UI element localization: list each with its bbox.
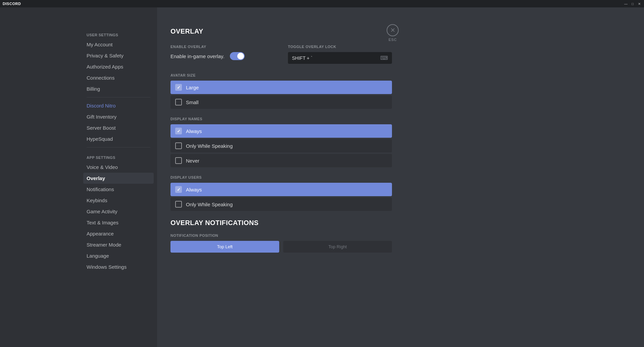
sidebar-item-billing[interactable]: Billing [83,83,154,94]
toggle-lock-section: TOGGLE OVERLAY LOCK SHIFT + ` ⌨ [288,45,392,64]
sidebar-item-game-activity[interactable]: Game Activity [83,206,154,217]
display-names-never[interactable]: Never [170,154,392,167]
avatar-size-small[interactable]: Small [170,95,392,109]
sidebar-item-appearance[interactable]: Appearance [83,228,154,239]
checkbox-names-never [175,157,182,164]
sidebar-item-streamer-mode[interactable]: Streamer Mode [83,239,154,250]
sidebar-item-hypesquad[interactable]: HypeSquad [83,133,154,144]
window-close-button[interactable]: ✕ [637,2,641,6]
user-settings-label: USER SETTINGS [83,28,154,38]
enable-overlay-section: ENABLE OVERLAY Enable in-game overlay. [170,45,275,60]
checkmark-icon: ✓ [177,85,181,90]
app-logo: DISCORD [3,2,21,6]
display-users-always[interactable]: ✓ Always [170,183,392,196]
sidebar-divider-1 [87,97,150,97]
avatar-large-label: Large [186,85,199,90]
content-area: ✕ ESC OVERLAY ENABLE OVERLAY Enable in-g… [157,7,644,347]
display-names-label: DISPLAY NAMES [170,117,392,121]
display-users-section: DISPLAY USERS ✓ Always Only While Speaki… [170,175,392,211]
enable-overlay-row: ENABLE OVERLAY Enable in-game overlay. T… [170,45,392,64]
sidebar-item-connections[interactable]: Connections [83,72,154,83]
keyboard-icon[interactable]: ⌨ [380,55,388,61]
checkbox-users-speaking [175,201,182,208]
sidebar-item-windows-settings[interactable]: Windows Settings [83,261,154,272]
display-names-section: DISPLAY NAMES ✓ Always Only While Speaki… [170,117,392,167]
sidebar-item-voice-video[interactable]: Voice & Video [83,162,154,173]
close-button[interactable]: ✕ [387,24,399,36]
window-controls: — □ ✕ [624,2,641,6]
checkmark-icon-names-always: ✓ [177,129,181,133]
checkbox-users-always: ✓ [175,186,182,193]
enable-overlay-text: Enable in-game overlay. [170,53,225,59]
minimize-button[interactable]: — [624,2,628,6]
sidebar-item-discord-nitro[interactable]: Discord Nitro [83,100,154,111]
users-always-label: Always [186,187,202,192]
enable-overlay-label: ENABLE OVERLAY [170,45,275,49]
close-button-container[interactable]: ✕ ESC [387,24,399,42]
display-users-label: DISPLAY USERS [170,175,392,179]
overlay-toggle[interactable] [230,52,245,60]
sidebar-item-language[interactable]: Language [83,250,154,261]
sidebar-item-privacy-safety[interactable]: Privacy & Safety [83,50,154,61]
overlay-notifications-title: OVERLAY NOTIFICATIONS [170,219,392,227]
display-names-speaking[interactable]: Only While Speaking [170,139,392,153]
sidebar-item-text-images[interactable]: Text & Images [83,217,154,228]
sidebar: USER SETTINGS My Account Privacy & Safet… [0,7,157,347]
title-bar: DISCORD — □ ✕ [0,0,644,7]
app-settings-label: APP SETTINGS [83,150,154,161]
avatar-size-label: AVATAR SIZE [170,73,392,77]
sidebar-item-keybinds[interactable]: Keybinds [83,195,154,206]
checkbox-large: ✓ [175,84,182,91]
display-users-speaking[interactable]: Only While Speaking [170,198,392,211]
avatar-small-label: Small [186,99,199,105]
names-speaking-label: Only While Speaking [186,143,233,149]
names-always-label: Always [186,128,202,134]
close-icon: ✕ [390,27,395,34]
toggle-knob [237,53,244,59]
checkbox-small [175,99,182,105]
page-title: OVERLAY [170,28,392,35]
notification-position-row: Top Left Top Right [170,241,392,253]
names-never-label: Never [186,158,199,164]
sidebar-item-authorized-apps[interactable]: Authorized Apps [83,61,154,72]
maximize-button[interactable]: □ [631,2,635,6]
sidebar-item-gift-inventory[interactable]: Gift Inventory [83,111,154,122]
sidebar-divider-2 [87,147,150,147]
checkbox-names-always: ✓ [175,128,182,134]
sidebar-item-server-boost[interactable]: Server Boost [83,122,154,133]
toggle-lock-label: TOGGLE OVERLAY LOCK [288,45,392,49]
notif-position-top-right[interactable]: Top Right [283,241,392,253]
keybind-input[interactable]: SHIFT + ` ⌨ [288,52,392,64]
toggle-row-inner: Enable in-game overlay. [170,52,275,60]
checkbox-names-speaking [175,142,182,149]
display-names-always[interactable]: ✓ Always [170,124,392,138]
sidebar-item-my-account[interactable]: My Account [83,39,154,50]
notif-position-top-left[interactable]: Top Left [170,241,279,253]
avatar-size-section: AVATAR SIZE ✓ Large Small [170,73,392,109]
checkmark-icon-users-always: ✓ [177,187,181,192]
sidebar-item-notifications[interactable]: Notifications [83,184,154,195]
avatar-size-large[interactable]: ✓ Large [170,81,392,94]
notification-position-label: NOTIFICATION POSITION [170,233,392,237]
keybind-value: SHIFT + ` [292,55,378,61]
users-speaking-label: Only While Speaking [186,202,233,207]
close-button-label: ESC [389,38,397,42]
sidebar-item-overlay[interactable]: Overlay [83,173,154,184]
